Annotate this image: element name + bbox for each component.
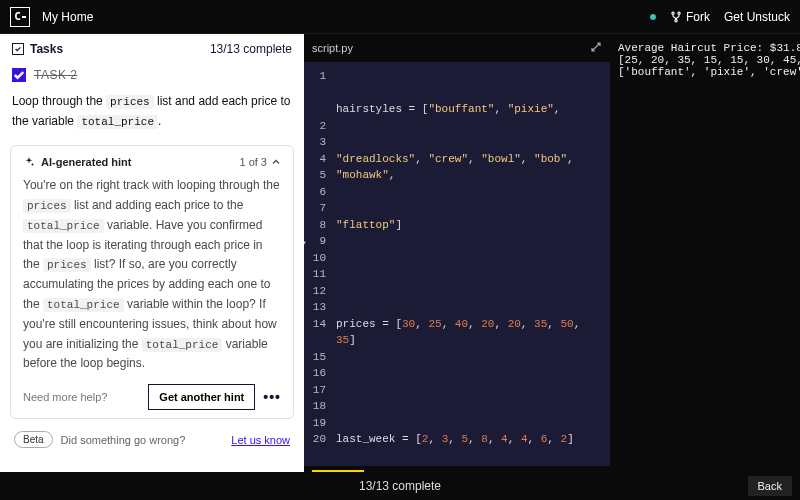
bottom-bar: 13/13 complete Back <box>0 472 800 500</box>
task-row[interactable]: TASK 2 <box>0 62 304 90</box>
more-options-icon[interactable]: ••• <box>263 389 281 405</box>
chevron-up-icon <box>271 157 281 167</box>
output-line: Average Haircut Price: $31.875 <box>618 42 800 54</box>
hint-title: AI-generated hint <box>41 156 131 168</box>
tasks-heading: Tasks <box>30 42 63 56</box>
hint-counter[interactable]: 1 of 3 <box>239 156 281 168</box>
task-checkbox-icon <box>12 68 26 82</box>
back-button[interactable]: Back <box>748 476 792 496</box>
feedback-question: Did something go wrong? <box>61 434 186 446</box>
tasks-checkbox-icon <box>12 43 24 55</box>
hint-card: AI-generated hint 1 of 3 You're on the r… <box>10 145 294 419</box>
expand-icon[interactable] <box>590 41 602 56</box>
output-line: ['bouffant', 'pixie', 'crew', 'bow <box>618 66 800 78</box>
let-us-know-link[interactable]: Let us know <box>231 434 290 446</box>
bottom-progress: 13/13 complete <box>359 479 441 493</box>
output-terminal[interactable]: Average Haircut Price: $31.875 [25, 20, … <box>610 34 800 500</box>
hint-body: You're on the right track with looping t… <box>23 176 281 374</box>
get-unstuck-link[interactable]: Get Unstuck <box>724 10 790 24</box>
task-instruction: Loop through the prices list and add eac… <box>0 90 304 141</box>
need-help-text: Need more help? <box>23 391 107 403</box>
svg-point-2 <box>675 19 677 21</box>
code-content[interactable]: hairstyles = ["bouffant", "pixie", "drea… <box>332 62 610 466</box>
sparkle-icon <box>23 156 35 168</box>
top-bar: C My Home Fork Get Unstuck <box>0 0 800 34</box>
editor-panel: script.py 1 2345678▾91011121314 15161718… <box>304 34 610 500</box>
svg-point-0 <box>672 12 674 14</box>
line-gutter: 1 2345678▾91011121314 151617181920 <box>304 62 332 466</box>
svg-point-1 <box>678 12 680 14</box>
file-tab[interactable]: script.py <box>312 42 353 54</box>
beta-badge: Beta <box>14 431 53 448</box>
get-another-hint-button[interactable]: Get another hint <box>148 384 255 410</box>
tasks-progress: 13/13 complete <box>210 42 292 56</box>
status-dot <box>650 14 656 20</box>
output-line: [25, 20, 35, 15, 15, 30, 45, 30] <box>618 54 800 66</box>
logo[interactable]: C <box>10 7 30 27</box>
fork-icon <box>670 11 682 23</box>
tasks-panel: Tasks 13/13 complete TASK 2 Loop through… <box>0 34 304 500</box>
my-home-link[interactable]: My Home <box>42 10 93 24</box>
fork-button[interactable]: Fork <box>670 10 710 24</box>
code-editor[interactable]: 1 2345678▾91011121314 151617181920 hairs… <box>304 62 610 466</box>
task-label: TASK 2 <box>34 68 77 82</box>
